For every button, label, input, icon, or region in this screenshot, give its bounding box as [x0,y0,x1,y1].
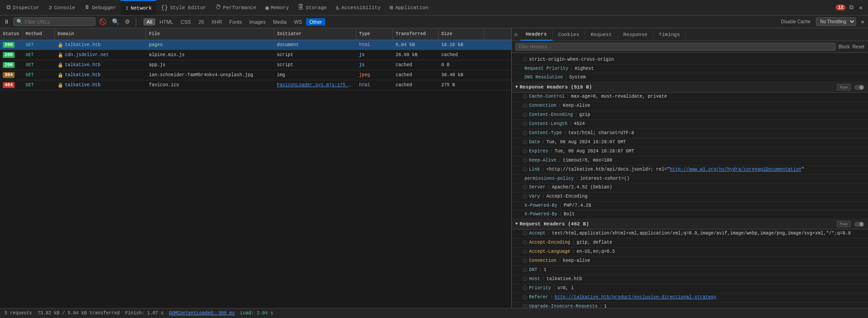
block-button[interactable]: Block [838,44,849,49]
header-entry: ⓘ Host : talkative.htb [512,275,868,284]
filter-btn-all[interactable]: All [143,18,155,26]
debugger-icon: ⏸ [84,4,90,11]
panel-tab-response[interactable]: Response [618,28,653,41]
tab-inspector-label: Inspector [12,5,39,10]
header-entry: ⓘ Content-Encoding : gzip [512,111,868,120]
tab-accessibility[interactable]: ♿ Accessibility [331,0,385,15]
col-transferred[interactable]: Transferred [393,28,439,40]
header-entry: Request Priority : Highest [512,65,868,73]
panel-expand-icon[interactable]: ⊡ [512,31,520,37]
header-key: Upgrade-Insecure-Requests [529,303,598,308]
raw-response-button[interactable]: Raw [837,84,851,90]
tab-memory-label: Memory [271,5,289,10]
header-value-link[interactable]: http://talkative.htb/product/exclusive-d… [555,294,864,301]
filter-btn-js[interactable]: JS [195,18,207,26]
pause-recording-button[interactable]: ⏸ [2,17,11,26]
close-devtools-button[interactable]: ✕ [857,3,864,12]
link-value[interactable]: http://www.w3.org/ns/hydra/core#apiDocum… [670,167,801,172]
filter-btn-other[interactable]: Other [306,18,325,26]
panel-tab-request[interactable]: Request [585,28,618,41]
request-headers-section[interactable]: ▼ Request Headers (462 B) Raw [512,219,868,229]
table-row[interactable]: 200 GET 🔒 talkative.htb pages document h… [0,40,511,50]
col-status[interactable]: Status [0,28,23,40]
settings-button[interactable]: ⚙ [123,17,132,26]
header-sep: : [542,276,545,282]
header-sep: : [572,249,575,255]
tab-console[interactable]: ≥ Console [44,0,79,15]
clear-requests-button[interactable]: 🚫 [97,17,108,26]
panel-tabs: ⊡ Headers Cookies Request Response Timin… [512,28,868,41]
col-size[interactable]: Size [439,28,484,40]
col-type[interactable]: Type [356,28,393,40]
transferred-cell: 5.04 kB [393,42,439,47]
filter-btn-fonts[interactable]: Fonts [226,18,245,26]
dock-toggle-button[interactable]: ⧉ [847,3,855,12]
filter-btn-ws[interactable]: WS [291,18,305,26]
size-cell: 275 B [439,83,484,88]
file-cell: app.js [146,63,274,68]
tab-inspector[interactable]: ⧉ Inspector [2,0,44,15]
tab-network[interactable]: ↕ Network [121,0,156,15]
method-cell: GET [23,52,55,57]
tab-storage[interactable]: 🗄 Storage [293,0,331,15]
help-icon: ⓘ [523,231,527,237]
panel-tab-cookies[interactable]: Cookies [553,28,585,41]
status-bar: 5 requests 73.82 kB / 5.04 kB transferre… [0,308,868,318]
header-entry: ⓘ Vary : Accept-Encoding [512,193,868,202]
header-sep: : [570,66,573,72]
tab-memory[interactable]: ◉ Memory [261,0,293,15]
header-entry: ⓘ DNT : 1 [512,266,868,275]
section-arrow-icon: ▼ [515,85,518,89]
col-initiator[interactable]: Initiator [274,28,356,40]
col-domain[interactable]: Domain [55,28,146,40]
status-badge: 200 [3,42,15,48]
search-button[interactable]: 🔍 [110,17,121,26]
header-sep: : [576,176,578,182]
throttle-select[interactable]: No Throttling [816,17,856,26]
filter-url-input[interactable] [25,19,89,25]
status-cell: 404 [0,82,23,88]
tab-style-editor[interactable]: {} Style Editor [156,0,211,15]
table-row[interactable]: 404 GET 🔒 talkative.htb favicon.ico Favi… [0,80,511,90]
table-row[interactable]: 304 GET 🔒 talkative.htb ian-schneider-Ta… [0,70,511,80]
domain-icon: 🔒 [58,73,63,78]
header-sep: : [565,74,567,81]
file-cell: pages [146,42,274,47]
raw-request-button[interactable]: Raw [837,221,851,227]
dom-content-loaded[interactable]: DOMContentLoaded: 308 ms [169,311,235,316]
headers-filter-input[interactable] [515,43,836,51]
filter-btn-media[interactable]: Media [270,18,290,26]
header-value: strict-origin-when-cross-origin [529,57,864,63]
status-badge: 304 [3,72,15,78]
panel-tab-headers[interactable]: Headers [520,28,553,41]
tab-performance[interactable]: ⏱ Performance [211,0,261,15]
table-row[interactable]: 200 GET 🔒 talkative.htb app.js script js… [0,60,511,70]
header-sep: : [575,112,577,118]
help-icon: ⓘ [523,295,527,301]
section-arrow-icon: ▼ [515,222,518,226]
filter-btn-html[interactable]: HTML [156,18,176,26]
disable-cache-button[interactable]: Disable Cache [778,18,813,25]
filter-btn-css[interactable]: CSS [177,18,194,26]
filter-btn-images[interactable]: Images [246,18,269,26]
help-icon: ⓘ [523,194,527,200]
panel-tab-timings[interactable]: Timings [653,28,686,41]
domain-icon: 🔒 [58,63,63,68]
header-sep: : [547,230,550,237]
col-method[interactable]: Method [23,28,55,40]
header-key: Connection [529,258,556,264]
filter-btn-xhr[interactable]: XHR [208,18,225,26]
help-icon: ⓘ [523,112,527,119]
initiator-cell: document [274,42,356,47]
response-headers-section[interactable]: ▼ Response Headers (519 B) Raw [512,82,868,93]
help-icon: ⓘ [523,94,527,100]
reset-button[interactable]: Reset [852,44,864,49]
tab-application[interactable]: ⊞ Application [385,0,433,15]
size-cell: 30.40 kB [439,73,484,78]
table-body: 200 GET 🔒 talkative.htb pages document h… [0,40,511,308]
header-sep: : [542,167,545,173]
close-toolbar-button[interactable]: ✕ [859,17,866,26]
table-row[interactable]: 200 GET 🔒 cdn.jsdelivr.net alpine.min.js… [0,50,511,60]
tab-debugger[interactable]: ⏸ Debugger [79,0,121,15]
col-file[interactable]: File [146,28,274,40]
